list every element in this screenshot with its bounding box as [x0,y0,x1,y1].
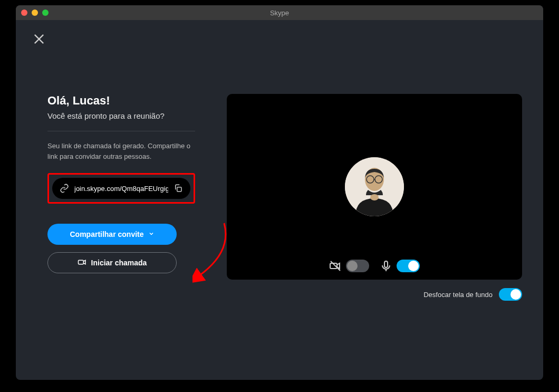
left-panel: Olá, Lucas! Você está pronto para a reun… [47,94,195,301]
chevron-down-icon [148,230,155,238]
blur-background-row: Desfocar tela de fundo [227,288,522,301]
window-minimize-button[interactable] [32,9,38,16]
svg-point-9 [370,194,379,200]
blur-background-label: Desfocar tela de fundo [423,291,493,299]
greeting-subtext: Você está pronto para a reunião? [47,111,195,121]
traffic-lights [21,9,49,16]
window-maximize-button[interactable] [42,9,49,16]
meeting-link-field[interactable]: join.skype.com/Qm8qaFEUrgig [52,178,190,199]
svg-rect-12 [384,261,388,267]
annotation-highlight-box: join.skype.com/Qm8qaFEUrgig [47,173,195,204]
close-button[interactable] [32,32,46,46]
window-close-button[interactable] [21,9,27,16]
link-icon [60,184,69,193]
share-invite-label: Compartilhar convite [70,230,143,238]
divider [47,131,195,131]
blur-background-toggle[interactable] [499,288,522,301]
video-call-icon [78,257,87,269]
avatar [345,157,404,216]
camera-off-icon [329,260,342,272]
mic-control [380,260,420,272]
meeting-link-text: join.skype.com/Qm8qaFEUrgig [74,185,168,193]
video-preview [227,94,522,280]
mic-toggle[interactable] [397,260,420,272]
instruction-text: Seu link de chamada foi gerado. Comparti… [47,141,195,161]
svg-line-11 [331,261,340,271]
titlebar: Skype [16,5,543,20]
share-invite-button[interactable]: Compartilhar convite [47,224,177,245]
camera-toggle[interactable] [346,260,369,272]
camera-control [329,260,369,272]
mic-icon [380,260,392,272]
window-title: Skype [270,9,289,17]
svg-rect-2 [177,187,181,192]
greeting-heading: Olá, Lucas! [47,94,195,108]
copy-icon[interactable] [174,184,183,193]
right-panel: Desfocar tela de fundo [227,94,527,301]
start-call-button[interactable]: Iniciar chamada [47,252,177,273]
start-call-label: Iniciar chamada [91,259,147,267]
av-controls [329,260,420,272]
app-window: Skype Olá, Lucas! Você está pronto para … [16,5,543,380]
svg-rect-3 [78,260,83,264]
